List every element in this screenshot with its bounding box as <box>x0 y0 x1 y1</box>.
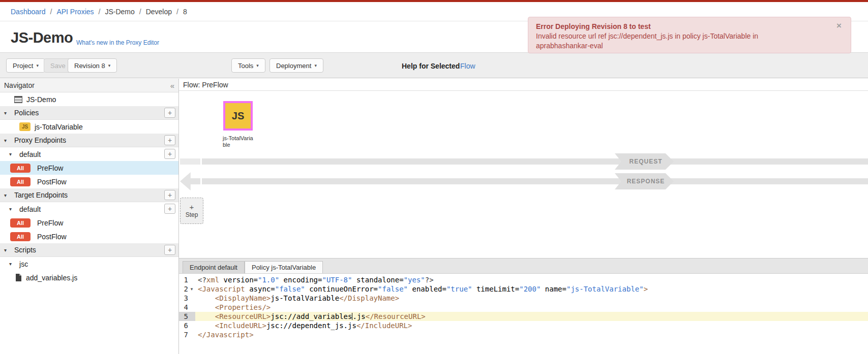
code-area[interactable]: 1<?xml version="1.0" encoding="UTF-8" st… <box>179 274 868 354</box>
line-number-5: 5 <box>179 312 195 321</box>
code-line-5[interactable]: 5 <ResourceURL>jsc://add_variables.js</R… <box>179 312 868 321</box>
nav-row-label: Proxy Endpoints <box>14 136 66 144</box>
nav-row-label: JS-Demo <box>26 95 56 104</box>
token-str: "200" <box>519 285 541 293</box>
fold-spacer <box>188 275 195 284</box>
fold-triangle-icon[interactable]: ▾ <box>188 284 195 294</box>
nav-row-item-add-variables-js[interactable]: add_variables.js <box>0 271 178 284</box>
nav-row-section-scripts[interactable]: ▾Scripts+ <box>0 243 178 257</box>
breadcrumb-item-develop: Develop <box>146 8 172 16</box>
line-number-text: 2 <box>179 284 188 294</box>
code-line-1[interactable]: 1<?xml version="1.0" encoding="UTF-8" st… <box>179 275 868 284</box>
add-button[interactable]: + <box>164 190 175 200</box>
line-number-text: 1 <box>179 275 188 284</box>
policy-node-js[interactable]: JS <box>223 101 253 131</box>
code-line-text: <IncludeURL>jsc://dependent_js.js</Inclu… <box>195 321 412 330</box>
add-button[interactable]: + <box>164 135 175 145</box>
line-number-text: 6 <box>179 321 188 330</box>
expand-triangle-icon[interactable]: ▾ <box>4 110 7 116</box>
expand-triangle-icon[interactable]: ▾ <box>4 247 7 253</box>
request-lane <box>202 158 868 165</box>
token-text: .js <box>352 312 365 320</box>
code-line-text: <ResourceURL>jsc://add_variables.js</Res… <box>195 312 426 321</box>
error-alert: Error Deploying Revision 8 to test Inval… <box>528 17 851 53</box>
flow-help-link[interactable]: Flow <box>460 62 475 70</box>
token-plain: timeLimit= <box>472 285 520 293</box>
add-button[interactable]: + <box>164 149 175 159</box>
code-line-7[interactable]: 7</Javascript> <box>179 330 868 339</box>
close-icon[interactable]: × <box>836 21 842 30</box>
nav-row-item-js-demo[interactable]: JS-Demo <box>0 92 178 106</box>
token-text: jsc://dependent_js.js <box>266 321 356 330</box>
nav-row-flow-preflow[interactable]: AllPreFlow <box>0 216 178 230</box>
nav-row-label: jsc <box>19 260 28 268</box>
token-plain: enabled= <box>408 285 446 293</box>
code-line-text: <DisplayName>js-TotalVariable</DisplayNa… <box>195 294 399 303</box>
token-str: "false" <box>275 285 305 293</box>
tab-policy-js-totalvariable[interactable]: Policy js-TotalVariable <box>245 261 323 273</box>
nav-row-subsection-jsc[interactable]: ▾jsc <box>0 257 178 271</box>
project-button[interactable]: Project ▾ <box>6 58 45 73</box>
tab-endpoint-default[interactable]: Endpoint default <box>183 261 245 273</box>
token-plain: name= <box>541 285 566 293</box>
chevron-down-icon: ▾ <box>314 63 317 68</box>
token-text: jsc://add_variables <box>271 312 352 320</box>
line-number-6: 6 <box>179 321 195 330</box>
chevron-down-icon: ▾ <box>256 63 259 68</box>
revision-button[interactable]: Revision 8 ▾ <box>68 58 117 73</box>
collapse-navigator-button[interactable]: « <box>170 81 174 90</box>
project-button-label: Project <box>13 62 33 70</box>
deployment-button[interactable]: Deployment ▾ <box>270 58 323 73</box>
js-policy-badge: JS <box>19 122 31 131</box>
code-line-6[interactable]: 6 <IncludeURL>jsc://dependent_js.js</Inc… <box>179 321 868 330</box>
plus-icon: + <box>190 203 194 211</box>
line-number-3: 3 <box>179 294 195 303</box>
whats-new-link[interactable]: What's new in the Proxy Editor <box>76 39 159 46</box>
add-button[interactable]: + <box>164 245 175 255</box>
breadcrumb-item-dashboard[interactable]: Dashboard <box>11 8 46 16</box>
policy-node-label: js-TotalVariable <box>223 135 254 148</box>
nav-row-section-target-endpoints[interactable]: ▾Target Endpoints+ <box>0 188 178 202</box>
toolbar: Project ▾ Save Revision 8 ▾ Tools ▾ Depl… <box>0 52 868 78</box>
nav-row-section-policies[interactable]: ▾Policies+ <box>0 106 178 120</box>
breadcrumb-item-js-demo: JS-Demo <box>105 8 134 16</box>
code-line-4[interactable]: 4 <Properties/> <box>179 303 868 312</box>
fold-spacer <box>188 294 195 303</box>
add-button[interactable]: + <box>164 204 175 214</box>
nav-row-flow-postflow[interactable]: AllPostFlow <box>0 175 178 188</box>
breadcrumb-separator: / <box>139 8 141 16</box>
expand-triangle-icon[interactable]: ▾ <box>9 206 12 212</box>
expand-triangle-icon[interactable]: ▾ <box>4 192 7 198</box>
add-button[interactable]: + <box>164 108 175 118</box>
expand-triangle-icon[interactable]: ▾ <box>4 138 7 143</box>
token-str: "true" <box>446 285 472 293</box>
fold-spacer <box>188 312 195 321</box>
nav-row-item-js-totalvariable[interactable]: JSjs-TotalVariable <box>0 120 178 134</box>
navigator-rows: JS-Demo▾Policies+JSjs-TotalVariable▾Prox… <box>0 92 178 284</box>
fold-spacer <box>188 303 195 312</box>
expand-triangle-icon[interactable]: ▾ <box>9 261 12 267</box>
token-tag: xml <box>206 276 219 284</box>
breadcrumb-separator: / <box>99 8 101 16</box>
expand-triangle-icon[interactable]: ▾ <box>9 151 12 157</box>
page-title: JS-Demo <box>11 29 73 46</box>
tools-button[interactable]: Tools ▾ <box>231 58 265 73</box>
nav-row-flow-preflow[interactable]: AllPreFlow <box>0 161 178 175</box>
nav-row-section-proxy-endpoints[interactable]: ▾Proxy Endpoints+ <box>0 134 178 147</box>
nav-row-label: PreFlow <box>37 219 63 227</box>
token-meta: ?> <box>425 276 434 284</box>
content-area: Flow: PreFlow JS js-TotalVariable REQUES… <box>179 79 868 354</box>
token-plain <box>198 312 215 320</box>
token-tag: </IncludeURL> <box>356 321 412 330</box>
breadcrumb-item-api-proxies[interactable]: API Proxies <box>56 8 94 16</box>
nav-row-flow-postflow[interactable]: AllPostFlow <box>0 230 178 243</box>
code-line-3[interactable]: 3 <DisplayName>js-TotalVariable</Display… <box>179 294 868 303</box>
token-tag: > <box>644 285 648 293</box>
code-line-2[interactable]: 2▾<Javascript async="false" continueOnEr… <box>179 284 868 294</box>
chevron-down-icon: ▾ <box>108 63 111 68</box>
nav-row-subsection-default[interactable]: ▾default+ <box>0 202 178 216</box>
token-tag: <Javascript <box>198 285 245 293</box>
line-number-7: 7 <box>179 330 195 339</box>
add-step-button[interactable]: + Step <box>180 198 203 224</box>
nav-row-subsection-default[interactable]: ▾default+ <box>0 147 178 161</box>
